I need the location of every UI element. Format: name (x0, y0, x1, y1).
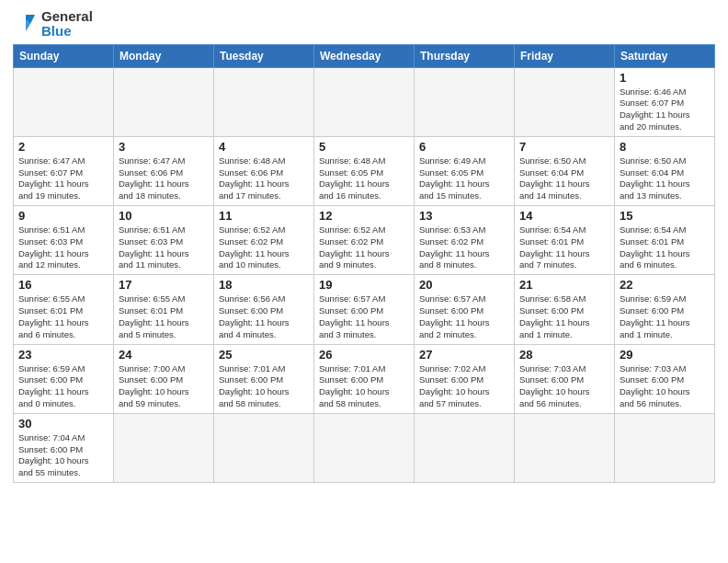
day-info: Sunrise: 6:51 AM Sunset: 6:03 PM Dayligh… (119, 224, 209, 271)
weekday-header-monday: Monday (114, 44, 214, 67)
day-number: 16 (18, 278, 108, 292)
calendar-page: General Blue SundayMondayTuesdayWednesda… (0, 0, 728, 492)
calendar-cell: 25Sunrise: 7:01 AM Sunset: 6:00 PM Dayli… (214, 344, 314, 413)
day-info: Sunrise: 6:50 AM Sunset: 6:04 PM Dayligh… (620, 155, 710, 202)
calendar-cell: 3Sunrise: 6:47 AM Sunset: 6:06 PM Daylig… (114, 136, 214, 205)
day-info: Sunrise: 7:03 AM Sunset: 6:00 PM Dayligh… (519, 363, 609, 410)
calendar-cell (114, 413, 214, 482)
calendar-cell: 22Sunrise: 6:59 AM Sunset: 6:00 PM Dayli… (615, 275, 715, 344)
calendar-cell: 20Sunrise: 6:57 AM Sunset: 6:00 PM Dayli… (415, 275, 515, 344)
calendar-cell: 26Sunrise: 7:01 AM Sunset: 6:00 PM Dayli… (314, 344, 415, 413)
day-number: 9 (18, 209, 108, 223)
day-number: 21 (519, 278, 609, 292)
day-info: Sunrise: 7:03 AM Sunset: 6:00 PM Dayligh… (620, 363, 710, 410)
day-number: 19 (319, 278, 409, 292)
day-number: 2 (18, 140, 108, 154)
day-info: Sunrise: 6:54 AM Sunset: 6:01 PM Dayligh… (620, 224, 710, 271)
day-number: 17 (119, 278, 209, 292)
day-number: 26 (319, 348, 409, 362)
calendar-cell: 24Sunrise: 7:00 AM Sunset: 6:00 PM Dayli… (114, 344, 214, 413)
calendar-cell: 18Sunrise: 6:56 AM Sunset: 6:00 PM Dayli… (214, 275, 314, 344)
day-info: Sunrise: 6:59 AM Sunset: 6:00 PM Dayligh… (620, 293, 710, 340)
calendar-week-row: 23Sunrise: 6:59 AM Sunset: 6:00 PM Dayli… (14, 344, 715, 413)
day-info: Sunrise: 6:48 AM Sunset: 6:06 PM Dayligh… (219, 155, 309, 202)
day-number: 7 (519, 140, 609, 154)
logo-general-text: General (41, 9, 93, 24)
day-info: Sunrise: 7:00 AM Sunset: 6:00 PM Dayligh… (119, 363, 209, 410)
calendar-cell: 8Sunrise: 6:50 AM Sunset: 6:04 PM Daylig… (615, 136, 715, 205)
calendar-cell: 9Sunrise: 6:51 AM Sunset: 6:03 PM Daylig… (14, 206, 114, 275)
day-info: Sunrise: 6:55 AM Sunset: 6:01 PM Dayligh… (18, 293, 108, 340)
calendar-cell: 21Sunrise: 6:58 AM Sunset: 6:00 PM Dayli… (515, 275, 615, 344)
calendar-cell: 7Sunrise: 6:50 AM Sunset: 6:04 PM Daylig… (515, 136, 615, 205)
calendar-table: SundayMondayTuesdayWednesdayThursdayFrid… (13, 44, 715, 484)
calendar-cell (415, 413, 515, 482)
calendar-week-row: 2Sunrise: 6:47 AM Sunset: 6:07 PM Daylig… (14, 136, 715, 205)
weekday-header-saturday: Saturday (615, 44, 715, 67)
calendar-cell: 6Sunrise: 6:49 AM Sunset: 6:05 PM Daylig… (415, 136, 515, 205)
day-info: Sunrise: 6:52 AM Sunset: 6:02 PM Dayligh… (319, 224, 409, 271)
day-number: 6 (419, 140, 509, 154)
calendar-cell: 1Sunrise: 6:46 AM Sunset: 6:07 PM Daylig… (615, 67, 715, 136)
day-number: 23 (18, 348, 108, 362)
calendar-cell: 14Sunrise: 6:54 AM Sunset: 6:01 PM Dayli… (515, 206, 615, 275)
calendar-cell: 28Sunrise: 7:03 AM Sunset: 6:00 PM Dayli… (515, 344, 615, 413)
day-number: 24 (119, 348, 209, 362)
header: General Blue (13, 9, 715, 39)
day-number: 29 (620, 348, 710, 362)
day-number: 4 (219, 140, 309, 154)
weekday-header-tuesday: Tuesday (214, 44, 314, 67)
calendar-cell: 12Sunrise: 6:52 AM Sunset: 6:02 PM Dayli… (314, 206, 415, 275)
day-info: Sunrise: 7:01 AM Sunset: 6:00 PM Dayligh… (319, 363, 409, 410)
day-info: Sunrise: 6:50 AM Sunset: 6:04 PM Dayligh… (519, 155, 609, 202)
logo: General Blue (13, 9, 93, 39)
day-info: Sunrise: 6:47 AM Sunset: 6:07 PM Dayligh… (18, 155, 108, 202)
calendar-cell: 2Sunrise: 6:47 AM Sunset: 6:07 PM Daylig… (14, 136, 114, 205)
day-info: Sunrise: 6:55 AM Sunset: 6:01 PM Dayligh… (119, 293, 209, 340)
calendar-cell (114, 67, 214, 136)
calendar-cell: 23Sunrise: 6:59 AM Sunset: 6:00 PM Dayli… (14, 344, 114, 413)
calendar-cell (314, 67, 415, 136)
day-number: 20 (419, 278, 509, 292)
day-number: 22 (620, 278, 710, 292)
day-number: 30 (18, 417, 108, 431)
day-number: 10 (119, 209, 209, 223)
calendar-week-row: 16Sunrise: 6:55 AM Sunset: 6:01 PM Dayli… (14, 275, 715, 344)
day-info: Sunrise: 6:48 AM Sunset: 6:05 PM Dayligh… (319, 155, 409, 202)
weekday-header-friday: Friday (515, 44, 615, 67)
day-number: 8 (620, 140, 710, 154)
calendar-cell: 11Sunrise: 6:52 AM Sunset: 6:02 PM Dayli… (214, 206, 314, 275)
weekday-header-wednesday: Wednesday (314, 44, 415, 67)
calendar-cell: 4Sunrise: 6:48 AM Sunset: 6:06 PM Daylig… (214, 136, 314, 205)
calendar-cell: 29Sunrise: 7:03 AM Sunset: 6:00 PM Dayli… (615, 344, 715, 413)
logo-blue-text: Blue (41, 24, 93, 39)
calendar-cell: 13Sunrise: 6:53 AM Sunset: 6:02 PM Dayli… (415, 206, 515, 275)
day-number: 18 (219, 278, 309, 292)
day-info: Sunrise: 6:51 AM Sunset: 6:03 PM Dayligh… (18, 224, 108, 271)
weekday-header-sunday: Sunday (14, 44, 114, 67)
day-info: Sunrise: 6:46 AM Sunset: 6:07 PM Dayligh… (620, 86, 710, 133)
calendar-cell: 5Sunrise: 6:48 AM Sunset: 6:05 PM Daylig… (314, 136, 415, 205)
day-info: Sunrise: 6:59 AM Sunset: 6:00 PM Dayligh… (18, 363, 108, 410)
calendar-cell (214, 67, 314, 136)
day-info: Sunrise: 6:53 AM Sunset: 6:02 PM Dayligh… (419, 224, 509, 271)
day-number: 14 (519, 209, 609, 223)
calendar-cell (615, 413, 715, 482)
day-number: 12 (319, 209, 409, 223)
day-number: 1 (620, 71, 710, 85)
day-info: Sunrise: 7:02 AM Sunset: 6:00 PM Dayligh… (419, 363, 509, 410)
calendar-week-row: 9Sunrise: 6:51 AM Sunset: 6:03 PM Daylig… (14, 206, 715, 275)
calendar-cell (515, 67, 615, 136)
day-info: Sunrise: 6:57 AM Sunset: 6:00 PM Dayligh… (319, 293, 409, 340)
day-info: Sunrise: 6:52 AM Sunset: 6:02 PM Dayligh… (219, 224, 309, 271)
calendar-cell: 30Sunrise: 7:04 AM Sunset: 6:00 PM Dayli… (14, 413, 114, 482)
calendar-cell (314, 413, 415, 482)
logo-combined: General Blue (13, 9, 93, 39)
day-number: 27 (419, 348, 509, 362)
day-number: 15 (620, 209, 710, 223)
calendar-cell (214, 413, 314, 482)
day-number: 28 (519, 348, 609, 362)
calendar-week-row: 1Sunrise: 6:46 AM Sunset: 6:07 PM Daylig… (14, 67, 715, 136)
weekday-header-thursday: Thursday (415, 44, 515, 67)
day-info: Sunrise: 7:04 AM Sunset: 6:00 PM Dayligh… (18, 432, 108, 479)
